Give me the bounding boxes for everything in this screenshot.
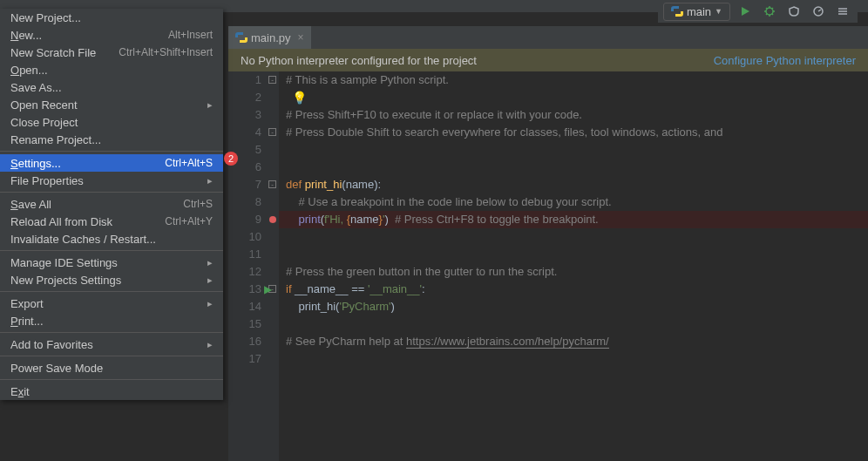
code-line[interactable]: print_hi('PyCharm') bbox=[279, 298, 868, 315]
menu-separator bbox=[0, 379, 223, 380]
code-line[interactable] bbox=[279, 228, 868, 246]
menu-item-new-project[interactable]: New Project... bbox=[0, 9, 223, 26]
run-cov-icon[interactable] bbox=[784, 2, 804, 21]
search-everywhere-icon[interactable] bbox=[833, 2, 852, 21]
python-icon bbox=[671, 5, 683, 17]
code-line[interactable]: # Press Shift+F10 to execute it or repla… bbox=[279, 106, 868, 124]
menu-item-rename-project[interactable]: Rename Project... bbox=[0, 131, 223, 148]
line-number: 14 bbox=[228, 298, 261, 315]
menu-separator bbox=[0, 291, 223, 292]
menu-item-open-recent[interactable]: Open Recent bbox=[0, 96, 223, 113]
tab-label: main.py bbox=[251, 31, 291, 44]
menu-item-add-to-favorites[interactable]: Add to Favorites bbox=[0, 336, 223, 353]
menu-item-label: New Projects Settings bbox=[10, 274, 121, 287]
close-icon[interactable]: × bbox=[298, 31, 304, 44]
run-config-name: main bbox=[687, 5, 711, 18]
menu-item-reload-all-from-disk[interactable]: Reload All from DiskCtrl+Alt+Y bbox=[0, 213, 223, 230]
interpreter-warning-banner: No Python interpreter configured for the… bbox=[228, 49, 868, 71]
code-line[interactable]: 💡 bbox=[279, 89, 868, 106]
file-menu-popup: New Project...New...Alt+InsertNew Scratc… bbox=[0, 9, 223, 400]
line-number: 16 bbox=[228, 333, 261, 350]
code-line[interactable]: # Use a breakpoint in the code line belo… bbox=[279, 193, 868, 211]
configure-interpreter-link[interactable]: Configure Python interpreter bbox=[714, 54, 856, 67]
line-number: 15 bbox=[228, 315, 261, 333]
code-line[interactable] bbox=[279, 246, 868, 263]
code-line[interactable]: -if __name__ == '__main__':▶ bbox=[279, 281, 868, 298]
menu-separator bbox=[0, 151, 223, 152]
menu-item-label: Exit bbox=[10, 385, 30, 398]
step-badge: 2 bbox=[224, 152, 238, 166]
menu-item-label: Export bbox=[10, 297, 44, 310]
code-editor[interactable]: -# This is a sample Python script. 💡# Pr… bbox=[279, 71, 868, 461]
line-number: 8 bbox=[228, 193, 261, 211]
menu-item-label: Save As... bbox=[10, 81, 62, 94]
menu-item-manage-ide-settings[interactable]: Manage IDE Settings bbox=[0, 254, 223, 271]
menu-item-save-all[interactable]: Save AllCtrl+S bbox=[0, 195, 223, 213]
run-config-selector[interactable]: main ▼ bbox=[663, 3, 730, 21]
menu-item-label: Manage IDE Settings bbox=[10, 256, 118, 269]
line-number: 10 bbox=[228, 228, 261, 246]
menu-item-new-projects-settings[interactable]: New Projects Settings bbox=[0, 271, 223, 288]
code-line[interactable]: # See PyCharm help at https://www.jetbra… bbox=[279, 333, 868, 350]
menu-item-label: New... bbox=[10, 29, 42, 42]
line-number: 2 bbox=[228, 89, 261, 106]
menu-item-label: Reload All from Disk bbox=[10, 215, 112, 228]
menu-item-shortcut: Ctrl+S bbox=[183, 198, 213, 210]
menu-item-invalidate-caches-restart[interactable]: Invalidate Caches / Restart... bbox=[0, 230, 223, 247]
menu-item-shortcut: Alt+Insert bbox=[168, 29, 213, 41]
banner-message: No Python interpreter configured for the… bbox=[241, 54, 477, 67]
code-line[interactable]: -def print_hi(name): bbox=[279, 176, 868, 193]
python-icon bbox=[235, 31, 248, 44]
code-line[interactable]: -# This is a sample Python script. bbox=[279, 71, 868, 89]
chevron-down-icon: ▼ bbox=[715, 7, 722, 16]
menu-item-new-scratch-file[interactable]: New Scratch FileCtrl+Alt+Shift+Insert bbox=[0, 44, 223, 61]
menu-item-label: Invalidate Caches / Restart... bbox=[10, 233, 156, 246]
run-gutter-icon[interactable]: ▶ bbox=[264, 281, 272, 298]
menu-item-open[interactable]: Open... bbox=[0, 61, 223, 78]
menu-item-label: Close Project bbox=[10, 116, 78, 129]
tab-main-py[interactable]: main.py × bbox=[228, 26, 311, 49]
line-number: 1 bbox=[228, 71, 261, 89]
menu-item-file-properties[interactable]: File Properties bbox=[0, 172, 223, 189]
code-line[interactable]: -# Press Double Shift to search everywhe… bbox=[279, 124, 868, 141]
menu-item-label: New Scratch File bbox=[10, 46, 96, 59]
menu-item-export[interactable]: Export bbox=[0, 295, 223, 312]
code-line[interactable] bbox=[279, 350, 868, 368]
code-line[interactable]: # Press the green button in the gutter t… bbox=[279, 263, 868, 281]
menu-item-exit[interactable]: Exit bbox=[0, 383, 223, 400]
menu-separator bbox=[0, 356, 223, 356]
menu-item-save-as[interactable]: Save As... bbox=[0, 78, 223, 96]
menu-item-print[interactable]: Print... bbox=[0, 312, 223, 329]
line-number: 13 bbox=[228, 281, 261, 298]
debug-icon[interactable] bbox=[760, 2, 779, 21]
line-number: 12 bbox=[228, 263, 261, 281]
menu-item-label: Settings... bbox=[10, 157, 61, 170]
menu-item-power-save-mode[interactable]: Power Save Mode bbox=[0, 359, 223, 376]
line-number: 7 bbox=[228, 176, 261, 193]
menu-item-label: Power Save Mode bbox=[10, 362, 103, 375]
profile-icon[interactable] bbox=[809, 2, 828, 21]
code-line[interactable] bbox=[279, 141, 868, 159]
menu-item-settings[interactable]: Settings...Ctrl+Alt+S bbox=[0, 154, 223, 172]
play-icon[interactable] bbox=[736, 2, 755, 21]
code-line[interactable] bbox=[279, 159, 868, 176]
menu-item-label: Rename Project... bbox=[10, 133, 101, 146]
menu-item-label: Print... bbox=[10, 315, 44, 328]
menu-item-label: Open... bbox=[10, 64, 48, 77]
line-number: 11 bbox=[228, 246, 261, 263]
menu-separator bbox=[0, 250, 223, 251]
menu-item-label: Save All bbox=[10, 198, 51, 211]
menu-separator bbox=[0, 332, 223, 333]
menu-item-label: Open Recent bbox=[10, 98, 78, 112]
top-right-toolbar: main ▼ bbox=[658, 0, 858, 23]
menu-item-close-project[interactable]: Close Project bbox=[0, 113, 223, 131]
code-line[interactable]: print(f'Hi, {name}') # Press Ctrl+F8 to … bbox=[279, 211, 868, 228]
breakpoint-icon[interactable] bbox=[269, 216, 276, 223]
line-number-gutter[interactable]: 1234567891011121314151617 bbox=[228, 71, 267, 461]
line-number: 3 bbox=[228, 106, 261, 124]
menu-separator bbox=[0, 192, 223, 193]
menu-item-new[interactable]: New...Alt+Insert bbox=[0, 26, 223, 44]
line-number: 9 bbox=[228, 211, 261, 228]
code-line[interactable] bbox=[279, 315, 868, 333]
menu-item-shortcut: Ctrl+Alt+Shift+Insert bbox=[119, 46, 213, 58]
